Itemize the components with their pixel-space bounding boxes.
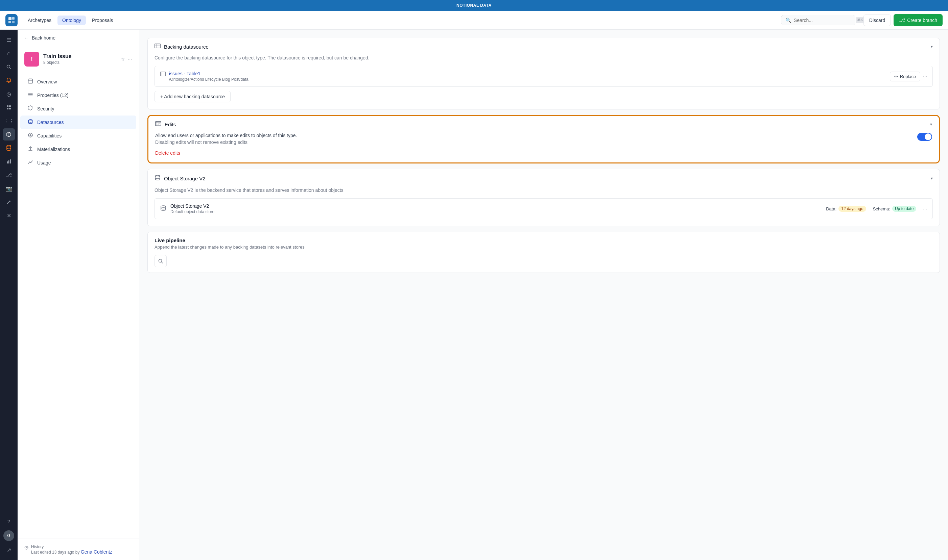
object-header: ! Train Issue 8 objects ☆ ··· <box>18 46 139 72</box>
nav-bar: Archetypes Ontology Proposals 🔍 ⌘K Disca… <box>0 11 948 30</box>
data-badge: 12 days ago <box>838 206 866 212</box>
sidebar-tool-icon[interactable] <box>3 196 15 208</box>
pipeline-title: Live pipeline <box>154 237 933 243</box>
datasource-more-button[interactable]: ··· <box>923 74 927 79</box>
edits-row: Allow end users or applications to make … <box>155 133 932 146</box>
storage-item-icon <box>160 205 166 213</box>
branch-icon: ⎇ <box>899 17 905 23</box>
storage-desc: Default object data store <box>170 209 822 214</box>
nav-logo[interactable] <box>5 14 18 26</box>
history-text: Last edited 13 days ago by <box>31 550 81 555</box>
materializations-icon <box>27 146 34 153</box>
sidebar-help-icon[interactable]: ? <box>3 515 15 528</box>
sidebar-item-capabilities[interactable]: Capabilities <box>20 129 136 143</box>
sidebar-search-icon[interactable] <box>3 61 15 73</box>
delete-edits-button[interactable]: Delete edits <box>155 150 932 156</box>
star-button[interactable]: ☆ <box>121 56 125 62</box>
svg-rect-9 <box>9 108 11 109</box>
backing-datasource-chevron[interactable]: ▾ <box>931 44 933 49</box>
nav-menu: Overview Properties (12) Security Dataso… <box>18 72 139 538</box>
nav-actions: Discard ⎇ Create branch <box>863 14 943 26</box>
top-bar: NOTIONAL DATA <box>0 0 948 11</box>
history-footer-icon: ◷ <box>24 545 28 550</box>
pipeline-header: Live pipeline Append the latest changes … <box>148 232 940 255</box>
user-avatar[interactable]: G <box>3 530 14 541</box>
edits-chevron[interactable]: ▾ <box>930 122 932 127</box>
add-datasource-button[interactable]: + Add new backing datasource <box>154 91 230 102</box>
sidebar-item-datasources-label: Datasources <box>37 120 64 125</box>
sidebar-item-security[interactable]: Security <box>20 102 136 115</box>
edit-icon: ✏ <box>894 74 898 79</box>
nav-search-box[interactable]: 🔍 ⌘K <box>781 15 855 25</box>
replace-button[interactable]: ✏ Replace <box>890 72 920 82</box>
icon-sidebar: ☰ ⌂ ◷ ⋮⋮ ⎇ 📷 ✕ ? G ↗ <box>0 30 18 560</box>
sidebar-x-icon[interactable]: ✕ <box>3 209 15 222</box>
datasource-item: issues - Table1 /Ontologize/Actions Life… <box>154 66 933 87</box>
edits-card: Edits ▾ Allow end users or applications … <box>147 115 940 163</box>
top-bar-title: NOTIONAL DATA <box>456 3 492 8</box>
svg-point-36 <box>155 175 160 177</box>
create-branch-button[interactable]: ⎇ Create branch <box>894 14 943 26</box>
sidebar-chart-icon[interactable] <box>3 155 15 168</box>
tab-ontology[interactable]: Ontology <box>57 15 86 25</box>
overview-icon <box>27 78 34 85</box>
data-meta: Data: 12 days ago <box>826 206 866 212</box>
datasources-icon <box>27 119 34 126</box>
schema-meta: Schema: Up to date <box>873 206 917 212</box>
tab-archetypes[interactable]: Archetypes <box>23 15 56 25</box>
object-name: Train Issue <box>43 53 117 60</box>
datasource-actions: ✏ Replace ··· <box>890 72 927 82</box>
backing-datasource-header[interactable]: Backing datasource ▾ <box>148 38 940 55</box>
usage-icon <box>27 159 34 166</box>
sidebar-branch-icon[interactable]: ⎇ <box>3 169 15 181</box>
svg-rect-6 <box>7 105 8 107</box>
object-icon: ! <box>24 52 39 66</box>
sidebar-layers-icon[interactable] <box>3 102 15 114</box>
datasource-name[interactable]: issues - Table1 <box>169 71 249 76</box>
svg-point-12 <box>7 145 11 147</box>
object-storage-chevron[interactable]: ▾ <box>931 176 933 181</box>
edits-description: Allow end users or applications to make … <box>155 133 297 146</box>
edits-card-wrapper: Edits ▾ Allow end users or applications … <box>147 115 940 163</box>
sidebar-dots-icon[interactable]: ⋮⋮ <box>3 115 15 127</box>
back-home-link[interactable]: ← Back home <box>18 30 139 46</box>
sidebar-notification-icon[interactable] <box>3 74 15 86</box>
sidebar-cube-icon[interactable] <box>3 128 15 140</box>
more-options-button[interactable]: ··· <box>128 56 132 62</box>
svg-rect-1 <box>12 17 14 20</box>
sidebar-history-icon[interactable]: ◷ <box>3 88 15 100</box>
search-input[interactable] <box>794 18 853 23</box>
svg-point-22 <box>29 120 32 121</box>
history-author-link[interactable]: Gena Coblentz <box>81 549 112 555</box>
discard-button[interactable]: Discard <box>863 14 891 26</box>
sidebar-item-usage[interactable]: Usage <box>20 156 136 169</box>
main-content: Backing datasource ▾ Configure the backi… <box>139 30 948 560</box>
sidebar-item-properties[interactable]: Properties (12) <box>20 89 136 102</box>
edits-header[interactable]: Edits ▾ <box>148 116 939 133</box>
storage-more-button[interactable]: ··· <box>923 206 927 211</box>
pipeline-body <box>148 255 940 272</box>
schema-badge: Up to date <box>892 206 916 212</box>
backing-datasource-title: Backing datasource <box>154 43 208 50</box>
pipeline-search-button[interactable] <box>154 255 167 267</box>
storage-name: Object Storage V2 <box>170 203 822 209</box>
sidebar-home-icon[interactable]: ⌂ <box>3 47 15 60</box>
live-pipeline-card: Live pipeline Append the latest changes … <box>147 232 940 273</box>
edits-toggle[interactable] <box>917 133 932 141</box>
sidebar-camera-icon[interactable]: 📷 <box>3 182 15 195</box>
back-arrow-icon: ← <box>24 35 29 40</box>
backing-datasource-icon <box>154 43 161 50</box>
object-storage-header[interactable]: Object Storage V2 ▾ <box>148 169 940 188</box>
sidebar-database-icon[interactable] <box>3 142 15 154</box>
svg-point-37 <box>161 206 166 208</box>
sidebar-expand-icon[interactable]: ↗ <box>3 544 15 556</box>
sidebar-item-properties-label: Properties (12) <box>37 92 69 98</box>
sidebar-menu-icon[interactable]: ☰ <box>3 34 15 46</box>
left-panel: ← Back home ! Train Issue 8 objects ☆ ··… <box>18 30 139 560</box>
capabilities-icon <box>27 132 34 139</box>
object-count: 8 objects <box>43 60 117 65</box>
sidebar-item-overview[interactable]: Overview <box>20 75 136 89</box>
sidebar-item-materializations[interactable]: Materializations <box>20 143 136 156</box>
sidebar-item-datasources[interactable]: Datasources <box>20 115 136 129</box>
tab-proposals[interactable]: Proposals <box>87 15 118 25</box>
